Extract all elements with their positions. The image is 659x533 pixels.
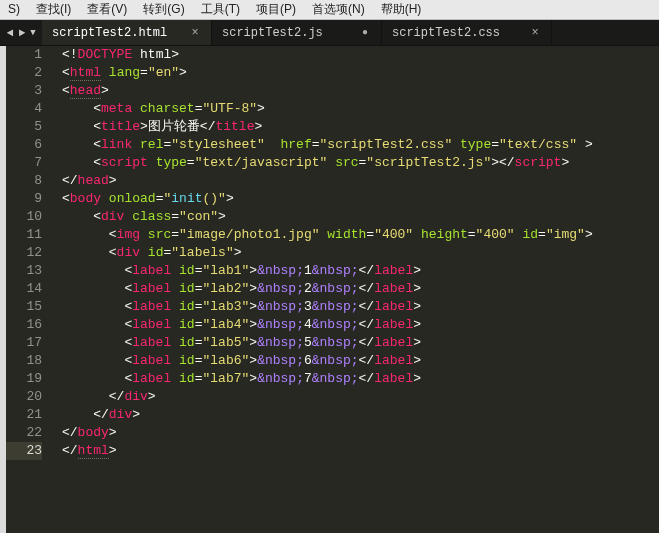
code-line: <script type="text/javascript" src="scri… bbox=[62, 154, 659, 172]
tab-nav: ◄ ► ▼ bbox=[0, 20, 42, 45]
line-number: 19 bbox=[6, 370, 42, 388]
history-dropdown-icon[interactable]: ▼ bbox=[28, 28, 38, 38]
line-number: 13 bbox=[6, 262, 42, 280]
line-number: 21 bbox=[6, 406, 42, 424]
line-number: 3 bbox=[6, 82, 42, 100]
close-icon[interactable]: × bbox=[189, 26, 201, 40]
line-number: 8 bbox=[6, 172, 42, 190]
code-line: <label id="lab6">&nbsp;6&nbsp;</label> bbox=[62, 352, 659, 370]
code-line: <!DOCTYPE html> bbox=[62, 46, 659, 64]
code-line: <title>图片轮番</title> bbox=[62, 118, 659, 136]
code-line: </div> bbox=[62, 388, 659, 406]
menu-item[interactable]: S) bbox=[0, 0, 28, 19]
code-line: <label id="lab7">&nbsp;7&nbsp;</label> bbox=[62, 370, 659, 388]
line-number: 20 bbox=[6, 388, 42, 406]
code-line: </body> bbox=[62, 424, 659, 442]
code-line: <label id="lab2">&nbsp;2&nbsp;</label> bbox=[62, 280, 659, 298]
code-line: <html lang="en"> bbox=[62, 64, 659, 82]
history-forward-icon[interactable]: ► bbox=[16, 27, 28, 39]
line-number: 18 bbox=[6, 352, 42, 370]
menu-item[interactable]: 转到(G) bbox=[135, 0, 192, 19]
code-line: <head> bbox=[62, 82, 659, 100]
code-line: <label id="lab1">&nbsp;1&nbsp;</label> bbox=[62, 262, 659, 280]
tab-scripttest2-js[interactable]: scriptTest2.js ● bbox=[212, 20, 382, 45]
code-line: <link rel="stylesheet" href="scriptTest2… bbox=[62, 136, 659, 154]
line-number: 22 bbox=[6, 424, 42, 442]
line-number-gutter: 1 2 3 4 5 6 7 8 9 10 11 12 13 14 15 16 1… bbox=[6, 46, 54, 533]
menu-item[interactable]: 查看(V) bbox=[79, 0, 135, 19]
code-area[interactable]: <!DOCTYPE html> <html lang="en"> <head> … bbox=[54, 46, 659, 533]
editor: 1 2 3 4 5 6 7 8 9 10 11 12 13 14 15 16 1… bbox=[0, 46, 659, 533]
line-number: 4 bbox=[6, 100, 42, 118]
dirty-dot-icon: ● bbox=[359, 27, 371, 38]
tab-label: scriptTest2.js bbox=[222, 26, 323, 40]
line-number: 23 bbox=[6, 442, 42, 460]
code-line: <div class="con"> bbox=[62, 208, 659, 226]
line-number: 1 bbox=[6, 46, 42, 64]
code-line: </head> bbox=[62, 172, 659, 190]
tab-scripttest2-html[interactable]: scriptTest2.html × bbox=[42, 20, 212, 45]
line-number: 10 bbox=[6, 208, 42, 226]
menu-item[interactable]: 帮助(H) bbox=[373, 0, 430, 19]
line-number: 2 bbox=[6, 64, 42, 82]
menu-item[interactable]: 查找(I) bbox=[28, 0, 79, 19]
menu-item[interactable]: 工具(T) bbox=[193, 0, 248, 19]
menu-item[interactable]: 项目(P) bbox=[248, 0, 304, 19]
line-number: 6 bbox=[6, 136, 42, 154]
line-number: 16 bbox=[6, 316, 42, 334]
tab-bar: scriptTest2.html × scriptTest2.js ● scri… bbox=[42, 20, 659, 45]
code-line: <label id="lab4">&nbsp;4&nbsp;</label> bbox=[62, 316, 659, 334]
code-line: </div> bbox=[62, 406, 659, 424]
line-number: 9 bbox=[6, 190, 42, 208]
line-number: 15 bbox=[6, 298, 42, 316]
code-line: <meta charset="UTF-8"> bbox=[62, 100, 659, 118]
code-line: <div id="labels"> bbox=[62, 244, 659, 262]
code-line: <label id="lab3">&nbsp;3&nbsp;</label> bbox=[62, 298, 659, 316]
tab-label: scriptTest2.html bbox=[52, 26, 167, 40]
tab-label: scriptTest2.css bbox=[392, 26, 500, 40]
line-number: 12 bbox=[6, 244, 42, 262]
code-line: <body onload="init()"> bbox=[62, 190, 659, 208]
code-line: <img src="image/photo1.jpg" width="400" … bbox=[62, 226, 659, 244]
close-icon[interactable]: × bbox=[529, 26, 541, 40]
history-back-icon[interactable]: ◄ bbox=[4, 27, 16, 39]
menu-bar: S) 查找(I) 查看(V) 转到(G) 工具(T) 项目(P) 首选项(N) … bbox=[0, 0, 659, 20]
menu-item[interactable]: 首选项(N) bbox=[304, 0, 373, 19]
line-number: 7 bbox=[6, 154, 42, 172]
code-line: </html> bbox=[62, 442, 659, 460]
line-number: 14 bbox=[6, 280, 42, 298]
line-number: 17 bbox=[6, 334, 42, 352]
tab-row: ◄ ► ▼ scriptTest2.html × scriptTest2.js … bbox=[0, 20, 659, 46]
code-line: <label id="lab5">&nbsp;5&nbsp;</label> bbox=[62, 334, 659, 352]
tab-scripttest2-css[interactable]: scriptTest2.css × bbox=[382, 20, 552, 45]
line-number: 11 bbox=[6, 226, 42, 244]
line-number: 5 bbox=[6, 118, 42, 136]
